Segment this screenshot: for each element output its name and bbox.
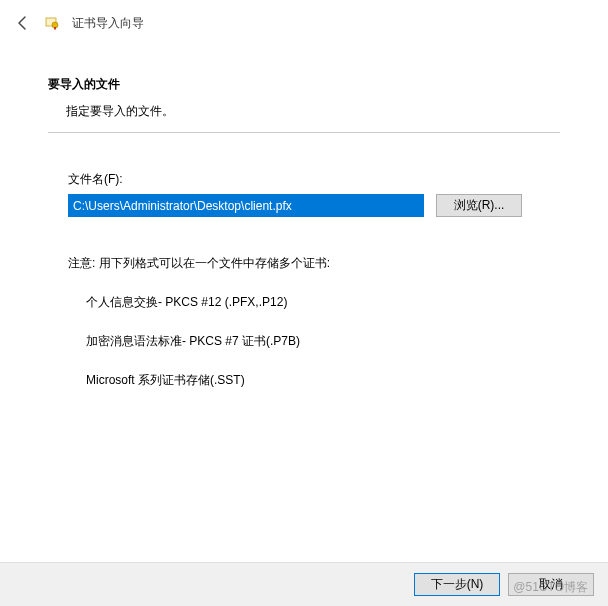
cancel-button[interactable]: 取消 <box>508 573 594 596</box>
wizard-header: 证书导入向导 <box>0 0 608 46</box>
next-button[interactable]: 下一步(N) <box>414 573 500 596</box>
back-button[interactable] <box>14 14 32 32</box>
divider <box>48 132 560 133</box>
section-title: 要导入的文件 <box>48 76 560 93</box>
browse-button[interactable]: 浏览(R)... <box>436 194 522 217</box>
file-input-row: 浏览(R)... <box>68 194 540 217</box>
wizard-footer: 下一步(N) 取消 <box>0 562 608 606</box>
filename-input[interactable] <box>68 194 424 217</box>
wizard-title: 证书导入向导 <box>72 15 144 32</box>
format-item-pkcs12: 个人信息交换- PKCS #12 (.PFX,.P12) <box>86 294 540 311</box>
filename-label: 文件名(F): <box>68 171 540 188</box>
format-list: 个人信息交换- PKCS #12 (.PFX,.P12) 加密消息语法标准- P… <box>68 294 540 389</box>
note-text: 注意: 用下列格式可以在一个文件中存储多个证书: <box>68 255 540 272</box>
certificate-icon <box>44 15 60 31</box>
format-item-pkcs7: 加密消息语法标准- PKCS #7 证书(.P7B) <box>86 333 540 350</box>
content-area: 要导入的文件 指定要导入的文件。 <box>0 46 608 120</box>
file-section: 文件名(F): 浏览(R)... 注意: 用下列格式可以在一个文件中存储多个证书… <box>0 171 608 389</box>
section-description: 指定要导入的文件。 <box>48 103 560 120</box>
format-item-sst: Microsoft 系列证书存储(.SST) <box>86 372 540 389</box>
